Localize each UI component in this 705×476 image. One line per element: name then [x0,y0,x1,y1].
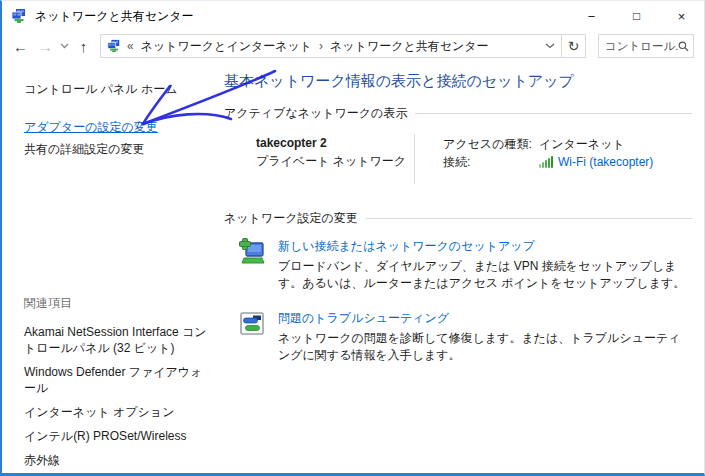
search-box[interactable] [598,34,694,58]
troubleshoot-problems-description: ネットワークの問題を診断して修復します。または、トラブルシューティングに関する情… [278,330,688,363]
section-rule [366,218,692,219]
network-icon [107,39,121,53]
breadcrumb: « ネットワークとインターネット › ネットワークと共有センター [101,35,539,57]
active-networks-title: アクティブなネットワークの表示 [224,105,407,122]
sidebar-item-advanced-sharing-settings[interactable]: 共有の詳細設定の変更 [24,141,210,157]
network-settings-title: ネットワーク設定の変更 [224,210,358,227]
crumb-separator-icon: › [319,39,323,53]
address-bar[interactable]: « ネットワークとインターネット › ネットワークと共有センター ↻ [100,34,586,58]
network-settings-section-header: ネットワーク設定の変更 [224,210,692,227]
troubleshoot-icon[interactable] [238,309,266,339]
wifi-connection-link[interactable]: Wi-Fi (takecopter) [539,153,653,171]
window-title: ネットワークと共有センター [35,8,569,25]
history-chevron-icon[interactable] [58,34,71,58]
wifi-signal-icon [539,156,554,168]
navigation-bar: ← → ↑ « ネットワークとインターネット › [2,31,704,61]
main-content: 基本ネットワーク情報の表示と接続のセットアップ アクティブなネットワークの表示 … [224,61,704,476]
breadcrumb-item-sharing-center[interactable]: ネットワークと共有センター [330,38,489,55]
breadcrumb-item-network-internet[interactable]: ネットワークとインターネット [141,38,312,55]
network-name: takecopter 2 [256,134,414,152]
access-type-label: アクセスの種類: [443,135,539,153]
network-type: プライベート ネットワーク [256,152,414,170]
sidebar-item-intel-proset-wireless[interactable]: インテル(R) PROSet/Wireless [24,428,210,444]
titlebar: ネットワークと共有センター − □ × [2,1,704,31]
up-button[interactable]: ↑ [71,34,96,58]
sidebar-item-infrared[interactable]: 赤外線 [24,452,210,468]
troubleshoot-problems-task: 問題のトラブルシューティング ネットワークの問題を診断して修復します。または、ト… [238,309,692,363]
network-icon [11,8,27,24]
sidebar-item-internet-options[interactable]: インターネット オプション [24,404,210,420]
section-rule [415,113,692,114]
wifi-connection-label: Wi-Fi (takecopter) [558,153,653,171]
access-type-value: インターネット [539,135,625,153]
sidebar-item-akamai-netsession[interactable]: Akamai NetSession Interface コントロールパネル (3… [24,324,210,356]
sidebar-item-control-panel-home[interactable]: コントロール パネル ホーム [24,81,210,97]
active-network-row: takecopter 2 プライベート ネットワーク アクセスの種類: インター… [256,134,692,182]
crumb-prefix: « [127,39,134,53]
related-items-header: 関連項目 [24,295,224,312]
divider [414,134,415,184]
network-sharing-center-window: ネットワークと共有センター − □ × ← → ↑ [0,0,705,476]
maximize-button[interactable]: □ [614,1,659,31]
address-dropdown-icon[interactable] [539,35,561,57]
setup-new-connection-task: 新しい接続またはネットワークのセットアップ ブロードバンド、ダイヤルアップ、また… [238,237,692,291]
new-connection-icon[interactable] [238,237,266,267]
search-input[interactable] [605,40,678,52]
troubleshoot-problems-link[interactable]: 問題のトラブルシューティング [278,309,688,327]
setup-new-connection-description: ブロードバンド、ダイヤルアップ、または VPN 接続をセットアップします。あるい… [278,258,688,291]
active-networks-section-header: アクティブなネットワークの表示 [224,105,692,122]
back-button[interactable]: ← [8,34,33,58]
search-icon [678,40,689,53]
sidebar-item-change-adapter-settings[interactable]: アダプターの設定の変更 [24,119,210,135]
forward-button[interactable]: → [33,34,58,58]
page-title: 基本ネットワーク情報の表示と接続のセットアップ [224,71,692,91]
setup-new-connection-link[interactable]: 新しい接続またはネットワークのセットアップ [278,237,688,255]
close-button[interactable]: × [659,1,704,31]
connection-label: 接続: [443,153,539,171]
refresh-button[interactable]: ↻ [561,35,585,57]
sidebar-item-windows-defender-firewall[interactable]: Windows Defender ファイアウォール [24,364,210,396]
minimize-button[interactable]: − [569,1,614,31]
sidebar: コントロール パネル ホーム アダプターの設定の変更 共有の詳細設定の変更 関連… [2,61,224,476]
